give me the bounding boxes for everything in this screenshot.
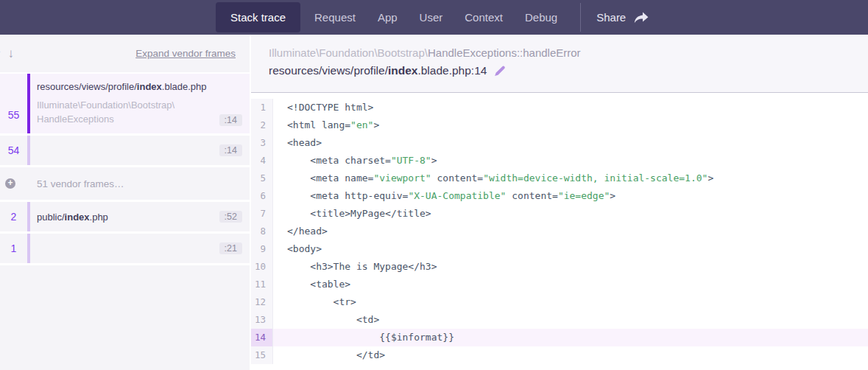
- code-line-11[interactable]: 11 <table>: [251, 276, 868, 293]
- tab-request[interactable]: Request: [303, 0, 367, 35]
- share-button[interactable]: Share: [596, 0, 649, 35]
- line-number-badge: :14: [219, 144, 242, 156]
- tab-context[interactable]: Context: [454, 0, 514, 35]
- edit-pencil-icon[interactable]: [493, 65, 506, 77]
- code-line-15[interactable]: 15 </td>: [251, 346, 868, 364]
- code-text: <head>: [273, 134, 322, 152]
- line-number: 3: [251, 134, 273, 152]
- code-text: <!DOCTYPE html>: [273, 99, 373, 116]
- line-number-badge: :21: [219, 242, 242, 254]
- code-text: <body>: [273, 240, 322, 258]
- code-line-9[interactable]: 9<body>: [251, 240, 868, 258]
- frame-class-name: Illuminate\Foundation\Bootstrap\HandleEx…: [37, 98, 174, 126]
- frame-detail-header: Illuminate\Foundation\Bootstrap\HandleEx…: [251, 35, 868, 92]
- code-line-6[interactable]: 6 <meta http-equiv="X-UA-Compatible" con…: [251, 187, 868, 205]
- next-frame-icon[interactable]: ↓: [8, 47, 15, 60]
- frame-number: 1: [0, 234, 27, 263]
- frame-number: 54: [0, 136, 27, 165]
- code-text: <table>: [273, 276, 350, 293]
- line-number: 12: [251, 293, 273, 311]
- line-number: 4: [251, 152, 273, 170]
- code-line-14[interactable]: 14 {{$informat}}: [251, 329, 868, 346]
- code-line-1[interactable]: 1<!DOCTYPE html>: [251, 99, 868, 116]
- line-number: 11: [251, 276, 273, 293]
- frames-list: 55resources/views/profile/index.blade.ph…: [0, 74, 250, 265]
- code-text: <meta http-equiv="X-UA-Compatible" conte…: [273, 187, 615, 205]
- code-line-3[interactable]: 3<head>: [251, 134, 868, 152]
- line-number: 5: [251, 170, 273, 187]
- code-line-5[interactable]: 5 <meta name="viewport" content="width=d…: [251, 170, 868, 187]
- frame-details: public/index.php:52: [30, 202, 250, 231]
- content-area: ↑ ↓ Expand vendor frames 55resources/vie…: [0, 35, 868, 370]
- line-number: 15: [251, 346, 273, 364]
- file-path: resources/views/profile/index.blade.php:…: [269, 64, 487, 77]
- top-navbar: Stack traceRequestAppUserContextDebug Sh…: [0, 0, 868, 35]
- navbar-divider: [580, 3, 581, 32]
- share-icon: [633, 12, 649, 24]
- previous-frame-icon[interactable]: ↑: [0, 47, 2, 60]
- line-number: 9: [251, 240, 273, 258]
- vendor-frames-label: 51 vendor frames…: [37, 178, 124, 189]
- line-number-badge: :52: [219, 211, 242, 223]
- code-line-4[interactable]: 4 <meta charset="UTF-8">: [251, 152, 868, 170]
- stack-frame-54[interactable]: 54:14: [0, 136, 250, 167]
- method-fqcn: Illuminate\Foundation\Bootstrap\HandleEx…: [269, 46, 868, 59]
- frame-details: resources/views/profile/index.blade.phpI…: [30, 74, 250, 133]
- line-number: 6: [251, 187, 273, 205]
- main-panel: Illuminate\Foundation\Bootstrap\HandleEx…: [251, 35, 868, 370]
- expand-vendor-frames-link[interactable]: Expand vendor frames: [135, 48, 236, 59]
- code-snippet: 1<!DOCTYPE html>2<html lang="en">3<head>…: [251, 92, 868, 370]
- code-text: <tr>: [273, 293, 356, 311]
- method-namespace: Illuminate\Foundation\Bootstrap\: [269, 46, 428, 59]
- line-number: 10: [251, 258, 273, 276]
- frame-file-path: public/index.php: [37, 212, 108, 223]
- frame-number: 55: [0, 74, 27, 133]
- code-text: <html lang="en">: [273, 116, 379, 134]
- code-text: <meta charset="UTF-8">: [273, 152, 437, 170]
- frame-number: 2: [0, 202, 27, 231]
- error-page: Stack traceRequestAppUserContextDebug Sh…: [0, 0, 868, 370]
- line-number: 2: [251, 116, 273, 134]
- stack-frame-1[interactable]: 1:21: [0, 234, 250, 265]
- line-number: 14: [251, 329, 273, 346]
- code-text: {{$informat}}: [273, 329, 454, 346]
- stack-frame-2[interactable]: 2public/index.php:52: [0, 202, 250, 234]
- tab-bar: Stack traceRequestAppUserContextDebug: [216, 0, 568, 35]
- vendor-frames-toggle[interactable]: +51 vendor frames…: [0, 167, 250, 202]
- share-label: Share: [596, 11, 626, 24]
- line-number: 8: [251, 223, 273, 240]
- method-name: HandleExceptions::handleError: [428, 46, 581, 59]
- code-text: </head>: [273, 223, 328, 240]
- code-text: <title>MyPage</title>: [273, 205, 431, 223]
- tab-stack-trace[interactable]: Stack trace: [216, 2, 300, 32]
- tab-user[interactable]: User: [409, 0, 454, 35]
- code-line-13[interactable]: 13 <td>: [251, 311, 868, 329]
- tab-debug[interactable]: Debug: [514, 0, 568, 35]
- sidebar-header: ↑ ↓ Expand vendor frames: [0, 35, 250, 74]
- line-number: 13: [251, 311, 273, 329]
- stack-frame-55[interactable]: 55resources/views/profile/index.blade.ph…: [0, 74, 250, 136]
- code-line-12[interactable]: 12 <tr>: [251, 293, 868, 311]
- code-line-10[interactable]: 10 <h3>The is Mypage</h3>: [251, 258, 868, 276]
- frame-details: :21: [30, 234, 250, 263]
- code-text: </td>: [273, 346, 385, 364]
- line-number: 7: [251, 205, 273, 223]
- code-line-2[interactable]: 2<html lang="en">: [251, 116, 868, 134]
- code-line-7[interactable]: 7 <title>MyPage</title>: [251, 205, 868, 223]
- code-text: <meta name="viewport" content="width=dev…: [273, 170, 713, 187]
- frame-details: :14: [30, 136, 250, 165]
- stack-frames-sidebar: ↑ ↓ Expand vendor frames 55resources/vie…: [0, 35, 251, 370]
- file-path-line: resources/views/profile/index.blade.php:…: [269, 64, 868, 77]
- tab-app[interactable]: App: [367, 0, 409, 35]
- expand-plus-icon: +: [5, 178, 15, 189]
- code-text: <h3>The is Mypage</h3>: [273, 258, 437, 276]
- code-text: <td>: [273, 311, 379, 329]
- line-number-badge: :14: [219, 114, 242, 126]
- code-line-8[interactable]: 8</head>: [251, 223, 868, 240]
- frame-file-path: resources/views/profile/index.blade.php: [37, 81, 242, 92]
- frame-class-row: Illuminate\Foundation\Bootstrap\HandleEx…: [37, 92, 242, 126]
- line-number: 1: [251, 99, 273, 116]
